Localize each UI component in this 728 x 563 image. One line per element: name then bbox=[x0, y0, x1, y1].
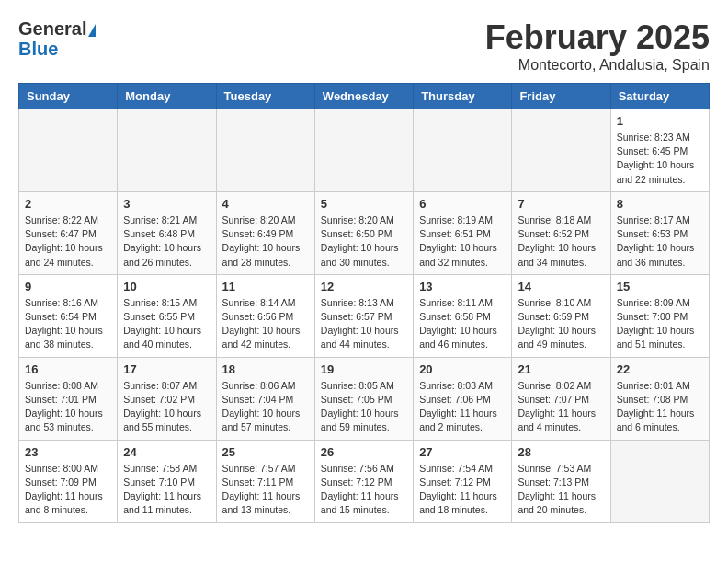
calendar-cell: 13Sunrise: 8:11 AM Sunset: 6:58 PM Dayli… bbox=[414, 274, 512, 357]
day-info: Sunrise: 8:20 AM Sunset: 6:49 PM Dayligh… bbox=[222, 213, 309, 270]
day-info: Sunrise: 8:22 AM Sunset: 6:47 PM Dayligh… bbox=[25, 213, 111, 270]
calendar-table: SundayMondayTuesdayWednesdayThursdayFrid… bbox=[18, 83, 710, 523]
calendar-cell: 28Sunrise: 7:53 AM Sunset: 7:13 PM Dayli… bbox=[512, 440, 610, 523]
day-info: Sunrise: 8:23 AM Sunset: 6:45 PM Dayligh… bbox=[617, 131, 703, 187]
calendar-cell: 27Sunrise: 7:54 AM Sunset: 7:12 PM Dayli… bbox=[414, 440, 512, 523]
day-info: Sunrise: 8:06 AM Sunset: 7:04 PM Dayligh… bbox=[222, 379, 309, 435]
day-info: Sunrise: 8:07 AM Sunset: 7:02 PM Dayligh… bbox=[123, 379, 210, 435]
calendar-cell: 2Sunrise: 8:22 AM Sunset: 6:47 PM Daylig… bbox=[19, 191, 118, 274]
page-header: General Blue February 2025 Montecorto, A… bbox=[18, 18, 710, 74]
day-number: 14 bbox=[518, 280, 604, 293]
calendar-cell bbox=[610, 440, 709, 523]
day-info: Sunrise: 7:57 AM Sunset: 7:11 PM Dayligh… bbox=[222, 462, 309, 518]
calendar-cell: 21Sunrise: 8:02 AM Sunset: 7:07 PM Dayli… bbox=[512, 357, 610, 440]
day-number: 10 bbox=[123, 280, 210, 293]
calendar-cell: 15Sunrise: 8:09 AM Sunset: 7:00 PM Dayli… bbox=[610, 274, 709, 357]
day-number: 4 bbox=[222, 197, 309, 211]
day-number: 11 bbox=[222, 280, 309, 293]
day-number: 22 bbox=[617, 362, 703, 376]
day-number: 13 bbox=[419, 280, 506, 293]
title-block: February 2025 Montecorto, Andalusia, Spa… bbox=[485, 18, 710, 74]
logo-triangle-icon bbox=[88, 24, 96, 37]
day-info: Sunrise: 8:09 AM Sunset: 7:00 PM Dayligh… bbox=[617, 296, 703, 352]
day-number: 1 bbox=[617, 114, 703, 128]
calendar-cell: 20Sunrise: 8:03 AM Sunset: 7:06 PM Dayli… bbox=[414, 357, 512, 440]
day-number: 9 bbox=[25, 280, 111, 293]
column-header-friday: Friday bbox=[512, 84, 610, 109]
calendar-cell: 12Sunrise: 8:13 AM Sunset: 6:57 PM Dayli… bbox=[314, 274, 413, 357]
day-number: 24 bbox=[123, 445, 210, 459]
day-info: Sunrise: 7:53 AM Sunset: 7:13 PM Dayligh… bbox=[518, 462, 604, 518]
day-info: Sunrise: 8:11 AM Sunset: 6:58 PM Dayligh… bbox=[419, 296, 506, 352]
day-info: Sunrise: 8:17 AM Sunset: 6:53 PM Dayligh… bbox=[617, 213, 703, 270]
location-subtitle: Montecorto, Andalusia, Spain bbox=[485, 57, 710, 74]
day-number: 8 bbox=[617, 197, 703, 211]
logo-blue-text: Blue bbox=[18, 39, 96, 59]
day-number: 3 bbox=[123, 197, 210, 211]
day-info: Sunrise: 8:00 AM Sunset: 7:09 PM Dayligh… bbox=[25, 462, 111, 518]
calendar-cell bbox=[512, 109, 610, 192]
day-number: 16 bbox=[25, 362, 111, 376]
column-header-monday: Monday bbox=[118, 84, 216, 109]
column-header-saturday: Saturday bbox=[610, 84, 709, 109]
calendar-cell: 8Sunrise: 8:17 AM Sunset: 6:53 PM Daylig… bbox=[610, 191, 709, 274]
day-info: Sunrise: 8:18 AM Sunset: 6:52 PM Dayligh… bbox=[518, 213, 604, 270]
calendar-week-1: 1Sunrise: 8:23 AM Sunset: 6:45 PM Daylig… bbox=[19, 109, 710, 192]
day-number: 6 bbox=[419, 197, 506, 211]
calendar-cell: 9Sunrise: 8:16 AM Sunset: 6:54 PM Daylig… bbox=[19, 274, 118, 357]
day-number: 20 bbox=[419, 362, 506, 376]
logo: General Blue bbox=[18, 18, 96, 59]
day-info: Sunrise: 8:14 AM Sunset: 6:56 PM Dayligh… bbox=[222, 296, 309, 352]
day-number: 28 bbox=[518, 445, 604, 459]
day-number: 2 bbox=[25, 197, 111, 211]
logo-general-text: General bbox=[18, 18, 86, 39]
calendar-cell: 4Sunrise: 8:20 AM Sunset: 6:49 PM Daylig… bbox=[216, 191, 314, 274]
calendar-cell: 1Sunrise: 8:23 AM Sunset: 6:45 PM Daylig… bbox=[610, 109, 709, 192]
day-number: 12 bbox=[321, 280, 407, 293]
calendar-week-5: 23Sunrise: 8:00 AM Sunset: 7:09 PM Dayli… bbox=[19, 440, 710, 523]
day-number: 23 bbox=[25, 445, 111, 459]
calendar-cell: 19Sunrise: 8:05 AM Sunset: 7:05 PM Dayli… bbox=[314, 357, 413, 440]
calendar-cell: 6Sunrise: 8:19 AM Sunset: 6:51 PM Daylig… bbox=[414, 191, 512, 274]
day-info: Sunrise: 7:56 AM Sunset: 7:12 PM Dayligh… bbox=[321, 462, 407, 518]
column-header-thursday: Thursday bbox=[414, 84, 512, 109]
day-info: Sunrise: 8:10 AM Sunset: 6:59 PM Dayligh… bbox=[518, 296, 604, 352]
calendar-cell: 14Sunrise: 8:10 AM Sunset: 6:59 PM Dayli… bbox=[512, 274, 610, 357]
calendar-cell: 18Sunrise: 8:06 AM Sunset: 7:04 PM Dayli… bbox=[216, 357, 314, 440]
day-info: Sunrise: 8:01 AM Sunset: 7:08 PM Dayligh… bbox=[617, 379, 703, 435]
calendar-cell bbox=[118, 109, 216, 192]
calendar-cell bbox=[216, 109, 314, 192]
day-number: 7 bbox=[518, 197, 604, 211]
day-info: Sunrise: 7:54 AM Sunset: 7:12 PM Dayligh… bbox=[419, 462, 506, 518]
calendar-cell: 17Sunrise: 8:07 AM Sunset: 7:02 PM Dayli… bbox=[118, 357, 216, 440]
day-info: Sunrise: 8:21 AM Sunset: 6:48 PM Dayligh… bbox=[123, 213, 210, 270]
day-number: 25 bbox=[222, 445, 309, 459]
calendar-cell bbox=[19, 109, 118, 192]
calendar-cell: 10Sunrise: 8:15 AM Sunset: 6:55 PM Dayli… bbox=[118, 274, 216, 357]
day-info: Sunrise: 8:20 AM Sunset: 6:50 PM Dayligh… bbox=[321, 213, 407, 270]
column-header-tuesday: Tuesday bbox=[216, 84, 314, 109]
day-info: Sunrise: 8:03 AM Sunset: 7:06 PM Dayligh… bbox=[419, 379, 506, 435]
calendar-cell: 26Sunrise: 7:56 AM Sunset: 7:12 PM Dayli… bbox=[314, 440, 413, 523]
day-number: 27 bbox=[419, 445, 506, 459]
calendar-cell: 7Sunrise: 8:18 AM Sunset: 6:52 PM Daylig… bbox=[512, 191, 610, 274]
calendar-week-4: 16Sunrise: 8:08 AM Sunset: 7:01 PM Dayli… bbox=[19, 357, 710, 440]
month-title: February 2025 bbox=[485, 18, 710, 57]
day-number: 21 bbox=[518, 362, 604, 376]
day-info: Sunrise: 8:15 AM Sunset: 6:55 PM Dayligh… bbox=[123, 296, 210, 352]
calendar-cell: 24Sunrise: 7:58 AM Sunset: 7:10 PM Dayli… bbox=[118, 440, 216, 523]
calendar-cell: 23Sunrise: 8:00 AM Sunset: 7:09 PM Dayli… bbox=[19, 440, 118, 523]
day-info: Sunrise: 8:16 AM Sunset: 6:54 PM Dayligh… bbox=[25, 296, 111, 352]
calendar-cell bbox=[314, 109, 413, 192]
calendar-cell: 16Sunrise: 8:08 AM Sunset: 7:01 PM Dayli… bbox=[19, 357, 118, 440]
calendar-cell: 5Sunrise: 8:20 AM Sunset: 6:50 PM Daylig… bbox=[314, 191, 413, 274]
day-number: 17 bbox=[123, 362, 210, 376]
day-info: Sunrise: 8:13 AM Sunset: 6:57 PM Dayligh… bbox=[321, 296, 407, 352]
calendar-week-2: 2Sunrise: 8:22 AM Sunset: 6:47 PM Daylig… bbox=[19, 191, 710, 274]
calendar-cell: 11Sunrise: 8:14 AM Sunset: 6:56 PM Dayli… bbox=[216, 274, 314, 357]
calendar-cell: 25Sunrise: 7:57 AM Sunset: 7:11 PM Dayli… bbox=[216, 440, 314, 523]
day-number: 18 bbox=[222, 362, 309, 376]
day-info: Sunrise: 8:02 AM Sunset: 7:07 PM Dayligh… bbox=[518, 379, 604, 435]
day-info: Sunrise: 7:58 AM Sunset: 7:10 PM Dayligh… bbox=[123, 462, 210, 518]
calendar-header-row: SundayMondayTuesdayWednesdayThursdayFrid… bbox=[19, 84, 710, 109]
